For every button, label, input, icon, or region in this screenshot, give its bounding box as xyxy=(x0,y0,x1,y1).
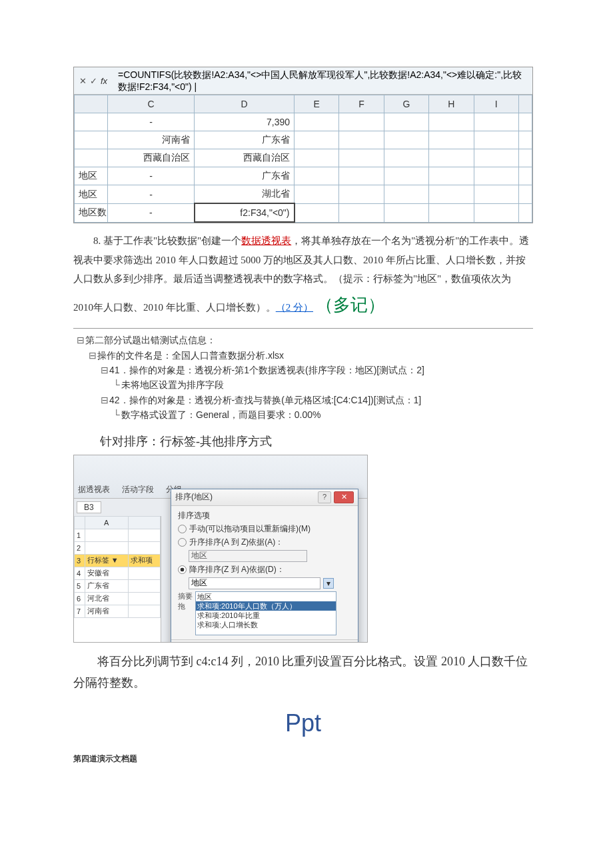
list-item[interactable]: 地区 xyxy=(196,592,336,601)
err-line: 数字格式设置了：General，而题目要求：0.00% xyxy=(121,407,530,422)
cell[interactable]: - xyxy=(108,185,195,204)
spreadsheet-grid[interactable]: C D E F G H I -7,390 河南省广东省 西藏自治区西藏自治区 地… xyxy=(74,95,532,223)
leaf-icon: └ xyxy=(112,407,121,422)
ppt-heading: Ppt xyxy=(73,709,533,737)
active-cell[interactable]: f2:F34,"<0") xyxy=(195,203,295,222)
error-report: ⊟第二部分试题出错测试点信息： ⊟操作的文件名是：全国人口普查数据分析.xlsx… xyxy=(73,328,533,426)
cell[interactable] xyxy=(75,149,108,167)
col-header[interactable] xyxy=(75,95,108,113)
cell[interactable] xyxy=(75,113,108,131)
radio-manual[interactable] xyxy=(178,525,187,533)
q8-lead: 8. 基于工作表"比较数据"创建一个 xyxy=(93,235,241,246)
col-header[interactable]: E xyxy=(295,95,339,113)
mini-sheet: A 1 2 3行标签 ▼求和项 4安徽省 5广东省 6河北省 7河南省 xyxy=(74,516,161,643)
grid-row: 地区数-f2:F34,"<0") xyxy=(75,203,532,222)
drag-label: 拖 xyxy=(178,601,193,611)
err-line: 41．操作的对象是：透视分析-第1个数据透视表(排序字段：地区)[测试点：2] xyxy=(109,363,530,377)
list-item[interactable]: 求和项:人口增长数 xyxy=(196,620,336,629)
fx-icon[interactable]: fx xyxy=(99,76,109,86)
list-item-selected[interactable]: 求和项:2010年人口数（万人） xyxy=(196,601,336,611)
name-box[interactable]: B3 xyxy=(77,501,101,513)
col-A[interactable]: A xyxy=(85,516,128,529)
chevron-down-icon[interactable]: ▾ xyxy=(323,578,334,589)
minus-icon[interactable]: ⊟ xyxy=(100,393,109,407)
cell[interactable]: 地区 xyxy=(75,185,108,204)
sum-header[interactable]: 求和项 xyxy=(128,554,160,567)
percent-instruction: 将百分比列调节到 c4:c14 列，2010 比重列设置百分比格式。设置 201… xyxy=(73,651,533,694)
asc-field xyxy=(189,550,307,562)
cancel-icon[interactable]: ✕ xyxy=(78,76,87,86)
desc-field[interactable] xyxy=(189,577,320,589)
q8-tail: ，将其单独存放在一个名为"透视分析"的工作表中。透视表中要求筛选出 2010 年… xyxy=(73,235,530,313)
cell[interactable]: - xyxy=(108,203,195,222)
sort-screenshot: 据透视表 活动字段 分组 B3 A 1 2 3行标签 ▼求和项 4安徽省 5广东… xyxy=(73,455,368,643)
cell[interactable]: 西藏自治区 xyxy=(108,149,195,167)
list-item[interactable]: 求和项:2010年比重 xyxy=(196,611,336,620)
ribbon-item[interactable]: 活动字段 xyxy=(122,484,154,495)
cell[interactable]: 河南省 xyxy=(108,131,195,149)
list-item[interactable]: 广东省 xyxy=(85,579,128,592)
sort-field-list[interactable]: 地区 求和项:2010年人口数（万人） 求和项:2010年比重 求和项:人口增长… xyxy=(195,591,336,635)
note-extra: （多记） xyxy=(316,295,385,315)
question-8: 8. 基于工作表"比较数据"创建一个数据透视表，将其单独存放在一个名为"透视分析… xyxy=(73,231,533,321)
opt-manual: 手动(可以拖动项目以重新编排)(M) xyxy=(189,523,310,535)
confirm-icon[interactable]: ✓ xyxy=(89,76,98,86)
filter-icon[interactable]: ▼ xyxy=(111,556,119,564)
grid-row: 地区-广东省 xyxy=(75,167,532,185)
minus-icon[interactable]: ⊟ xyxy=(88,348,97,363)
list-item[interactable]: 安徽省 xyxy=(85,567,128,579)
opt-asc: 升序排序(A 到 Z)依据(A)： xyxy=(189,537,283,548)
presentation-q4-heading: 第四道演示文档题 xyxy=(73,753,533,765)
score: （2 分） xyxy=(276,302,313,313)
cell[interactable]: - xyxy=(108,167,195,185)
close-icon[interactable]: ✕ xyxy=(334,491,354,503)
formula-bar: ✕ ✓ fx =COUNTIFS(比较数据!A2:A34,"<>中国人民解放军现… xyxy=(74,67,532,95)
excel-formula-figure: ✕ ✓ fx =COUNTIFS(比较数据!A2:A34,"<>中国人民解放军现… xyxy=(73,67,533,223)
col-header[interactable]: H xyxy=(429,95,474,113)
cell[interactable]: 广东省 xyxy=(195,131,295,149)
list-item[interactable]: 河北省 xyxy=(85,592,128,605)
minus-icon[interactable]: ⊟ xyxy=(76,333,85,347)
col-header[interactable]: F xyxy=(339,95,384,113)
minus-icon[interactable]: ⊟ xyxy=(100,363,109,377)
col-header[interactable]: G xyxy=(384,95,428,113)
formula-text[interactable]: =COUNTIFS(比较数据!A2:A34,"<>中国人民解放军现役军人",比较… xyxy=(118,69,528,93)
grid-row: 西藏自治区西藏自治区 xyxy=(75,149,532,167)
dialog-title: 排序(地区) xyxy=(175,491,213,503)
cell[interactable]: 地区 xyxy=(75,167,108,185)
radio-desc[interactable] xyxy=(178,565,187,574)
opt-desc: 降序排序(Z 到 A)依据(D)： xyxy=(189,564,285,575)
cell[interactable]: 广东省 xyxy=(195,167,295,185)
col-header[interactable]: C xyxy=(108,95,195,113)
section-label: 排序选项 xyxy=(178,510,351,521)
ribbon-item[interactable]: 据透视表 xyxy=(78,484,110,495)
summary-label: 摘要 xyxy=(178,591,193,601)
leaf-icon: └ xyxy=(112,377,121,392)
err-line: 第二部分试题出错测试点信息： xyxy=(85,333,530,347)
col-header[interactable]: I xyxy=(474,95,518,113)
cell[interactable]: 西藏自治区 xyxy=(195,149,295,167)
cell[interactable] xyxy=(75,131,108,149)
err-line: 42．操作的对象是：透视分析-查找与替换(单元格区域:[C4:C14])[测试点… xyxy=(109,393,530,407)
row-label-header[interactable]: 行标签 ▼ xyxy=(85,554,128,567)
col-header[interactable] xyxy=(519,95,532,113)
grid-row: -7,390 xyxy=(75,113,532,131)
col-header[interactable]: D xyxy=(195,95,295,113)
cell[interactable]: 地区数 xyxy=(75,203,108,222)
sort-label: 针对排序：行标签-其他排序方式 xyxy=(100,433,533,449)
grid-row: 地区-湖北省 xyxy=(75,185,532,204)
err-line: 未将地区设置为排序字段 xyxy=(121,377,530,392)
list-item[interactable]: 河南省 xyxy=(85,605,128,617)
cell[interactable]: - xyxy=(108,113,195,131)
help-icon[interactable]: ? xyxy=(318,491,331,503)
cell[interactable]: 7,390 xyxy=(195,113,295,131)
sort-dialog: 排序(地区) ? ✕ 排序选项 手动(可以拖动项目以重新编排)(M) 升序排序(… xyxy=(171,489,358,643)
radio-asc[interactable] xyxy=(178,538,187,547)
cell[interactable]: 湖北省 xyxy=(195,185,295,204)
grid-row: 河南省广东省 xyxy=(75,131,532,149)
err-line: 操作的文件名是：全国人口普查数据分析.xlsx xyxy=(97,348,530,363)
pivot-link: 数据透视表 xyxy=(241,235,291,246)
